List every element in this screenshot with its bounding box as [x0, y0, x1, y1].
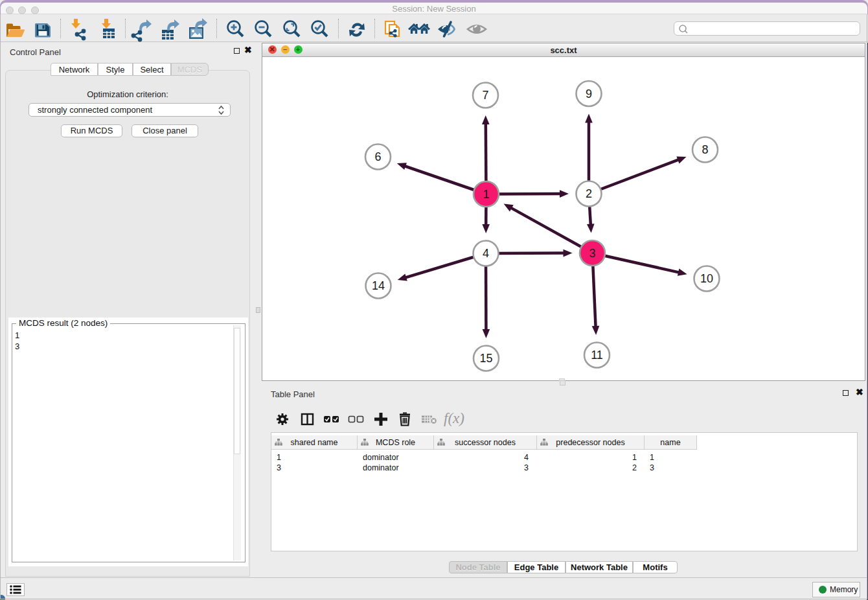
svg-text:6: 6: [374, 150, 381, 163]
svg-text:2: 2: [586, 187, 592, 200]
svg-text:f(x): f(x): [444, 410, 464, 426]
svg-text:14: 14: [372, 279, 385, 292]
svg-text:3: 3: [589, 247, 595, 260]
svg-text:8: 8: [702, 143, 708, 156]
svg-text:1: 1: [483, 188, 489, 201]
svg-text:11: 11: [591, 349, 603, 362]
svg-text:4: 4: [483, 247, 489, 260]
svg-text:10: 10: [700, 272, 713, 285]
svg-text:7: 7: [482, 89, 488, 102]
svg-text:9: 9: [586, 87, 592, 100]
svg-text:15: 15: [479, 352, 492, 365]
